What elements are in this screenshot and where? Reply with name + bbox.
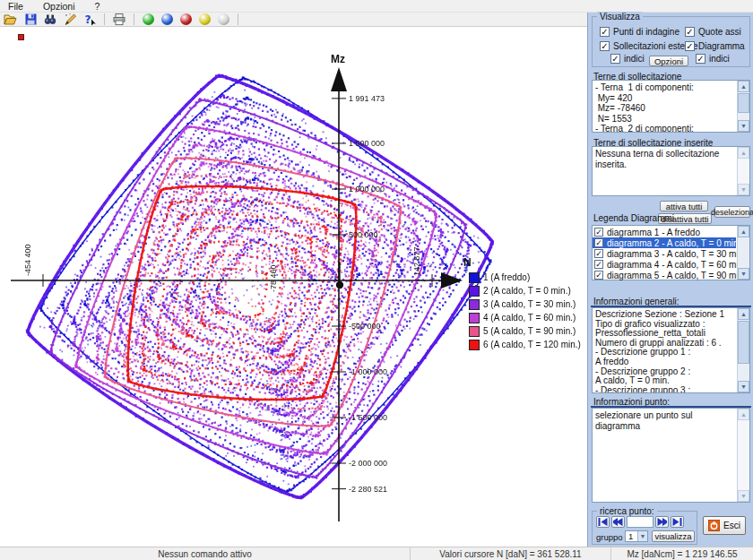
menu-file[interactable]: File [5,1,26,12]
help-icon[interactable]: ? [82,13,98,26]
checkbox-icon[interactable]: ✓ [594,228,603,237]
deseleziona-button[interactable]: deseleziona [714,206,750,218]
visualizza-button[interactable]: visualizza [652,530,695,542]
scroll-up-icon[interactable]: ▲ [738,226,749,237]
info-generali-textbox[interactable]: Descrizione Sezione : Sezione 1Tipo di g… [592,307,750,393]
checkbox-indici-sollecitazioni[interactable]: ✓indici [610,54,645,64]
checkbox-label: Diagramma [698,41,745,51]
checkbox-icon[interactable]: ✓ [685,41,695,51]
terne-scrollbar[interactable]: ▲ ▼ [737,81,749,132]
legenda-list-item-5[interactable]: ✓diagramma 5 - A caldo, T = 90 min. [593,270,736,280]
toolbar: ? [0,13,587,27]
checkbox-diagramma[interactable]: ✓Diagramma [685,41,745,51]
checkbox-icon[interactable]: ✓ [685,27,695,37]
toolbar-separator [238,13,238,25]
attiva-tutti-button[interactable]: attiva tutti [660,201,708,211]
scroll-down-icon[interactable]: ▼ [738,490,749,502]
scroll-thumb[interactable] [738,93,749,113]
info-punto-scrollbar[interactable]: ▲ ▼ [737,409,749,502]
checkbox-label: indici [709,54,730,64]
terne-inserite-scrollbar[interactable]: ▲ ▼ [737,147,749,195]
checkbox-quote-assi[interactable]: ✓Quote assi [685,27,741,37]
y-tick-label: 1 000 000 [349,185,385,194]
nav-next-button[interactable] [655,516,669,528]
scroll-thumb[interactable] [738,321,749,364]
chart-legend-item: 1 (A freddo) [469,271,581,283]
ricerca-punto-groupbox: ricerca punto: gruppo 1 ▼ visualizza [592,511,697,545]
legenda-list-item-4[interactable]: ✓diagramma 4 - A caldo, T = 60 min. [593,259,736,270]
print-icon[interactable] [111,13,127,26]
scroll-down-icon[interactable]: ▼ [738,268,749,280]
y-tick-label: 1 991 473 [349,94,385,103]
menu-help[interactable]: ? [92,1,103,12]
text-line: Nessuna terna di sollecitazione inserita… [595,149,734,169]
nav-last-button[interactable] [671,516,684,528]
checkbox-icon[interactable]: ✓ [610,54,620,64]
checkbox-indici-diagramma[interactable]: ✓indici [696,54,730,64]
menu-opzioni[interactable]: Opzioni [40,1,78,12]
checkbox-icon[interactable]: ✓ [594,271,603,280]
scroll-down-icon[interactable]: ▼ [738,381,749,392]
legend-swatch-icon [469,299,480,310]
checkbox-icon[interactable]: ✓ [600,27,610,37]
chevron-down-icon[interactable]: ▼ [637,531,647,541]
edit-icon[interactable] [62,13,78,26]
ball-red-icon[interactable] [180,13,192,25]
y-tick-label: 1 500 000 [349,139,385,148]
y-tick-label: -500 000 [349,322,381,331]
legenda-list[interactable]: ✓diagramma 1 - A freddo✓diagramma 2 - A … [592,225,750,280]
mz-axis-label: Mz [331,53,345,65]
scroll-up-icon[interactable]: ▲ [738,81,749,92]
legenda-list-item-2[interactable]: ✓diagramma 2 - A caldo, T = 0 min. [593,237,736,248]
legend-swatch-icon [469,326,480,337]
find-icon[interactable] [42,13,58,26]
text-line: selezionare un punto sul diagramma [595,410,734,431]
menu-bar: FileOpzioni? [0,0,753,13]
checkbox-icon[interactable]: ✓ [600,41,610,51]
legenda-scrollbar[interactable]: ▲ ▼ [737,226,749,280]
ball-blue-icon[interactable] [161,13,173,25]
scroll-up-icon[interactable]: ▲ [738,147,749,159]
point-quote-label: -78 460 [269,264,278,292]
terne-textbox[interactable]: - Terna 1 di componenti: My= 420 Mz= -78… [592,80,750,133]
save-icon[interactable] [22,13,39,26]
power-icon [708,520,720,531]
esci-button[interactable]: Esci [703,516,746,535]
scroll-up-icon[interactable]: ▲ [738,409,749,420]
toolbar-separator [104,13,105,25]
open-folder-icon[interactable] [3,13,19,26]
scroll-down-icon[interactable]: ▼ [738,120,749,132]
gruppo-select[interactable]: 1 ▼ [625,530,648,542]
nav-first-button[interactable] [596,516,610,528]
legend-swatch-icon [469,286,480,297]
legenda-list-item-1[interactable]: ✓diagramma 1 - A freddo [593,227,736,237]
legenda-list-item-3[interactable]: ✓diagramma 3 - A caldo, T = 30 min. [593,248,736,259]
text-line: A freddo [595,358,734,367]
checkbox-sollecitazioni-esterne[interactable]: ✓Sollecitazioni esterne [600,41,698,51]
chart-legend-item: 4 (A caldo, T = 60 min.) [469,312,581,323]
checkbox-punti-di-indagine[interactable]: ✓Punti di indagine [600,27,679,37]
checkbox-icon[interactable]: ✓ [594,260,603,269]
checkbox-icon[interactable]: ✓ [696,54,705,64]
ball-green-icon[interactable] [143,13,154,25]
text-line: Descrizione Sezione : Sezione 1 [595,310,734,320]
status-cursor-mz: Mz [daNcm] = 1 219 146.55 [611,547,753,560]
scroll-up-icon[interactable]: ▲ [738,308,749,320]
legend-label: 2 (A caldo, T = 0 min.) [483,286,571,296]
scroll-down-icon[interactable]: ▼ [738,184,749,195]
punto-index-input[interactable] [627,516,653,528]
nav-prev-button[interactable] [611,516,625,528]
checkbox-icon[interactable]: ✓ [594,238,603,247]
list-item-label: diagramma 1 - A freddo [607,228,700,237]
checkbox-icon[interactable]: ✓ [594,249,603,258]
info-punto-textbox[interactable]: selezionare un punto sul diagramma ▲ ▼ [592,408,750,503]
terne-inserite-textbox[interactable]: Nessuna terna di sollecitazione inserita… [592,146,750,196]
chart-area[interactable]: Mz N 1 991 4731 500 0001 000 000500 000-… [0,27,587,547]
opzioni-button[interactable]: Opzioni [649,56,688,66]
ball-gray-icon[interactable] [218,13,229,25]
ball-yellow-icon[interactable] [199,13,211,25]
gruppo-label: gruppo [596,532,623,542]
info-generali-scrollbar[interactable]: ▲ ▼ [737,308,749,392]
list-item-label: diagramma 5 - A caldo, T = 90 min. [607,271,746,280]
legend-label: 3 (A caldo, T = 30 min.) [483,299,576,309]
